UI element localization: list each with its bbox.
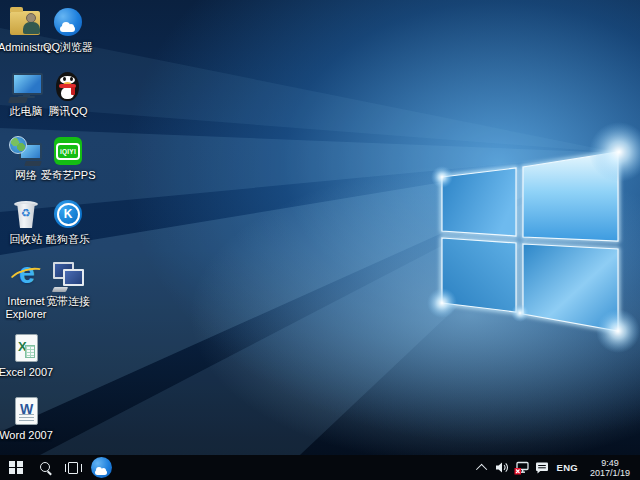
clock-time: 9:49 [590, 458, 630, 468]
chevron-up-icon [475, 463, 486, 474]
light-beams [0, 28, 640, 455]
icon-label: Excel 2007 [0, 366, 54, 379]
icon-label: QQ浏览器 [40, 41, 96, 54]
tencent-qq-icon [51, 70, 85, 104]
volume-button[interactable] [493, 455, 511, 480]
word-icon: W [9, 394, 43, 428]
network-icon [9, 134, 43, 168]
excel-icon: X [9, 331, 43, 365]
start-button[interactable] [0, 455, 32, 480]
internet-explorer-icon: e [9, 260, 43, 294]
network-status-button[interactable] [513, 455, 531, 480]
speaker-icon [495, 461, 509, 474]
network-disconnected-icon [514, 461, 529, 475]
taskbar: ENG 9:49 2017/1/19 [0, 455, 640, 480]
language-indicator[interactable]: ENG [553, 455, 583, 480]
recycle-bin-icon: ♻ [9, 198, 43, 232]
icon-label: 宽带连接 [40, 295, 96, 308]
clock[interactable]: 9:49 2017/1/19 [584, 455, 636, 480]
icon-label: 爱奇艺PPS [40, 169, 96, 182]
clock-date: 2017/1/19 [590, 468, 630, 478]
iqiyi-pps-icon: iQIYI [51, 134, 85, 168]
desktop-icon-excel-2007[interactable]: X Excel 2007 [0, 331, 54, 379]
action-center-icon [535, 461, 549, 474]
icon-label: 腾讯QQ [40, 105, 96, 118]
desktop-wallpaper: Administra... 此电脑 网络 ♻ 回收站 e Inte [0, 0, 640, 455]
kugou-music-icon: K [51, 198, 85, 232]
tray-overflow-button[interactable] [475, 455, 491, 480]
broadband-connection-icon [51, 260, 85, 294]
desktop-icon-broadband[interactable]: 宽带连接 [40, 260, 96, 308]
taskbar-left-group [0, 455, 116, 480]
windows-desktop-screen: Administra... 此电脑 网络 ♻ 回收站 e Inte [0, 0, 640, 480]
taskbar-qq-browser-button[interactable] [86, 455, 116, 480]
windows-start-icon [9, 461, 23, 475]
hero-wallpaper-graphic [0, 0, 640, 455]
this-pc-icon [9, 70, 43, 104]
search-icon [39, 461, 52, 474]
icon-label: 酷狗音乐 [40, 233, 96, 246]
desktop-icon-tencent-qq[interactable]: 腾讯QQ [40, 70, 96, 118]
icon-label: Word 2007 [0, 429, 54, 442]
administrator-folder-icon [9, 6, 43, 40]
desktop-icon-word-2007[interactable]: W Word 2007 [0, 394, 54, 442]
desktop-icon-kugou-music[interactable]: K 酷狗音乐 [40, 198, 96, 246]
search-button[interactable] [32, 455, 58, 480]
action-center-button[interactable] [533, 455, 551, 480]
desktop-icon-iqiyi-pps[interactable]: iQIYI 爱奇艺PPS [40, 134, 96, 182]
desktop-icon-qq-browser[interactable]: QQ浏览器 [40, 6, 96, 54]
task-view-button[interactable] [58, 455, 86, 480]
qq-browser-icon [91, 457, 112, 478]
task-view-icon [65, 462, 80, 474]
qq-browser-icon [51, 6, 85, 40]
system-tray: ENG 9:49 2017/1/19 [475, 455, 640, 480]
